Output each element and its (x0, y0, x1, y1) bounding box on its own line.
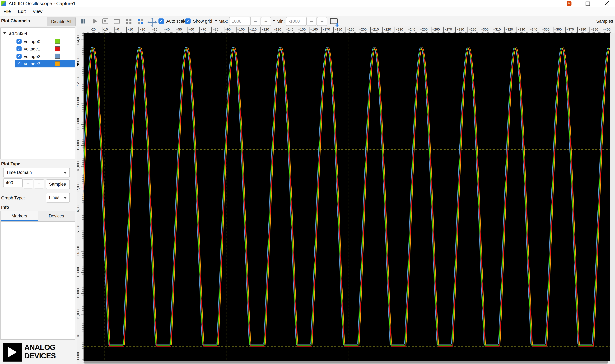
channel-row[interactable]: ✓voltage2 (15, 52, 75, 60)
x-tick-label: +140 (285, 27, 293, 33)
channel-row[interactable]: ✓voltage0 (15, 38, 75, 45)
channel-label: voltage0 (24, 39, 40, 44)
channel-color-swatch[interactable] (55, 61, 60, 66)
channel-row[interactable]: ✓voltage3 (15, 60, 75, 67)
channel-checkbox[interactable]: ✓ (16, 46, 22, 52)
titlebar-alert-icon[interactable] (567, 1, 571, 6)
window-title: ADI IIO Oscilloscope - Capture1 (9, 0, 76, 7)
play-icon[interactable] (91, 18, 99, 25)
channel-row[interactable]: ✓voltage1 (15, 45, 75, 52)
restore-button[interactable] (586, 2, 590, 6)
grid-view-icon[interactable] (126, 19, 128, 21)
sample-count-input[interactable]: 400 (3, 178, 23, 187)
auto-scale-label: Auto scale (166, 16, 186, 27)
y-tick (81, 124, 84, 125)
x-tick-label: +40 (163, 27, 170, 33)
x-tick-label: +360 (553, 27, 562, 33)
y-max-increment-button[interactable] (261, 17, 271, 26)
x-tick-label: +400 (602, 27, 611, 33)
graph-type-select[interactable]: Lines (46, 193, 70, 203)
y-min-decrement-button[interactable] (306, 17, 317, 26)
sample-count-increment-button[interactable] (34, 179, 44, 188)
window-icon[interactable] (114, 19, 120, 24)
x-tick-label: +90 (224, 27, 231, 33)
x-tick-label: +80 (212, 27, 218, 33)
x-tick-label: +210 (370, 27, 379, 33)
menu-file[interactable]: File (0, 7, 14, 16)
channel-checkbox[interactable]: ✓ (16, 54, 22, 59)
channel-checkbox[interactable]: ✓ (16, 61, 22, 66)
x-tick-label: +320 (504, 27, 513, 33)
horizontal-scrollbar[interactable] (77, 361, 615, 364)
show-grid-checkbox[interactable] (185, 18, 191, 24)
y-tick (81, 103, 84, 104)
show-grid-label: Show grid (193, 16, 212, 27)
plot-type-label: Plot Type (1, 161, 20, 166)
x-tick-label: +30 (151, 27, 157, 33)
x-tick-label: +70 (199, 27, 206, 33)
x-tick-label: +290 (468, 27, 476, 33)
y-max-decrement-button[interactable] (250, 17, 260, 26)
device-name: ad7383-4 (9, 31, 27, 36)
device-row[interactable]: ad7383-4 (3, 30, 27, 37)
oscilloscope-window: ADI IIO Oscilloscope - Capture1 File Edi… (0, 0, 615, 364)
x-tick-label: -20 (90, 27, 96, 33)
plot-channels-label: Plot Channels (1, 18, 30, 23)
x-tick-label: +100 (236, 27, 245, 33)
tree-expander-icon[interactable] (3, 32, 6, 34)
info-label: Info (1, 205, 9, 209)
x-tick-label: +20 (138, 27, 145, 33)
channel-label: voltage1 (24, 46, 40, 51)
x-tick-label: +220 (382, 27, 391, 33)
y-min-increment-button[interactable] (317, 17, 327, 26)
y-tick (81, 336, 84, 336)
channel-color-swatch[interactable] (55, 46, 60, 52)
y-tick (81, 273, 84, 273)
zoom-fit-icon[interactable] (102, 18, 108, 24)
plot-right-gap (610, 33, 615, 361)
x-tick-label: +370 (565, 27, 574, 33)
x-tick-label: +180 (334, 27, 342, 33)
channel-checkbox[interactable]: ✓ (16, 39, 22, 44)
y-tick (81, 209, 84, 209)
x-tick-label: +280 (455, 27, 464, 33)
plot-canvas[interactable] (84, 33, 610, 361)
x-tick-label: +170 (321, 27, 330, 33)
x-tick-label: +260 (431, 27, 440, 33)
auto-scale-checkbox[interactable] (158, 18, 164, 24)
y-max-input[interactable]: 1000 (229, 17, 250, 26)
sample-count-decrement-button[interactable] (23, 179, 33, 188)
x-tick-label: +310 (492, 27, 501, 33)
pause-icon[interactable] (80, 18, 87, 25)
app-icon (1, 1, 6, 6)
x-tick-label: +150 (297, 27, 306, 33)
y-tick (81, 188, 84, 188)
menu-edit[interactable]: Edit (14, 7, 29, 16)
menu-bar: File Edit View (0, 7, 615, 16)
analog-devices-logo-icon (3, 343, 22, 362)
disable-all-button[interactable]: Disable All (47, 17, 76, 26)
x-tick-label: +200 (358, 27, 366, 33)
scrollbar-thumb[interactable] (84, 361, 608, 364)
channel-color-swatch[interactable] (55, 54, 60, 59)
channel-label: voltage3 (24, 61, 40, 66)
channel-color-swatch[interactable] (55, 39, 60, 44)
menu-view[interactable]: View (29, 7, 46, 16)
tab-devices[interactable]: Devices (38, 211, 75, 221)
x-axis-unit-label: Samples (596, 16, 613, 27)
channel-tree: ad7383-4 ✓voltage0✓voltage1✓voltage2✓vol… (0, 27, 75, 159)
title-bar: ADI IIO Oscilloscope - Capture1 (0, 0, 615, 7)
tab-markers[interactable]: Markers (1, 211, 38, 221)
plot-type-select[interactable]: Time Domain (3, 168, 70, 177)
tiles-icon[interactable] (138, 19, 140, 21)
x-tick-label: +300 (480, 27, 489, 33)
x-tick-label: +230 (394, 27, 403, 33)
new-plot-icon[interactable] (330, 18, 338, 24)
x-tick-label: +130 (273, 27, 281, 33)
sample-unit-select[interactable]: Samples (46, 179, 70, 189)
y-tick (81, 357, 84, 357)
y-min-input[interactable]: -1000 (286, 17, 306, 26)
close-button[interactable] (604, 1, 609, 6)
pan-icon[interactable] (148, 18, 156, 25)
graph-type-label: Graph Type: (1, 195, 25, 200)
